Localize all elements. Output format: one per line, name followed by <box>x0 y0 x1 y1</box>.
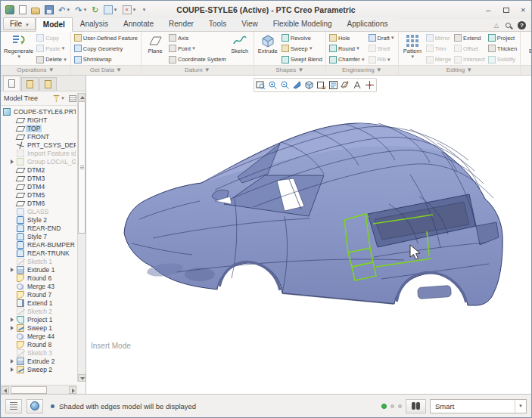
close-button[interactable]: × <box>516 5 527 14</box>
delete-button[interactable]: Delete▼ <box>36 54 67 64</box>
tree-item-prt-csys-def[interactable]: PRT_CSYS_DEF <box>1 141 76 149</box>
user-defined-feature-button[interactable]: User-Defined Feature <box>74 33 138 43</box>
tree-item-rear-bumper[interactable]: REAR-BUMPER <box>1 240 76 249</box>
restore-button[interactable] <box>499 5 510 14</box>
tree-horizontal-scrollbar[interactable] <box>1 385 77 394</box>
pattern-button[interactable]: Pattern▼ <box>400 33 425 65</box>
expand-arrow-icon[interactable] <box>11 324 17 332</box>
graphics-viewport[interactable]: Insert Mode <box>86 76 531 394</box>
revolve-button[interactable]: Revolve <box>282 33 322 43</box>
solidify-button[interactable]: Solidify <box>488 54 517 64</box>
sweep-button[interactable]: Sweep▼ <box>282 44 322 54</box>
tree-item-sketch-3[interactable]: Sketch 3 <box>1 348 76 357</box>
expand-arrow-icon[interactable] <box>11 358 17 365</box>
tree-item-dtm6[interactable]: DTM6 <box>1 199 76 207</box>
tree-item-round-6[interactable]: Round 6 <box>1 274 76 282</box>
group-label-engineering[interactable]: Engineering ▼ <box>326 65 398 75</box>
shell-button[interactable]: Shell <box>369 44 395 54</box>
tree-item-dtm5[interactable]: DTM5 <box>1 190 76 199</box>
tree-item-right[interactable]: RIGHT <box>1 116 76 124</box>
project-button[interactable]: Project <box>488 33 517 43</box>
car-model-3d-view[interactable] <box>86 76 531 394</box>
group-label-surfaces[interactable]: Surfaces ▼ <box>521 65 531 75</box>
tree-item-dtm4[interactable]: DTM4 <box>1 182 76 190</box>
scroll-down-arrow[interactable] <box>78 374 86 382</box>
selection-filter-combo[interactable]: Smart ▼ <box>430 399 527 413</box>
tree-item-style-2[interactable]: Style 2 <box>1 215 76 224</box>
zoom-out-button[interactable] <box>279 79 291 91</box>
save-button[interactable] <box>44 5 54 15</box>
tree-item-sweep-2[interactable]: Sweep 2 <box>1 365 76 373</box>
tab-flexible-modeling[interactable]: Flexible Modeling <box>266 17 340 31</box>
new-file-button[interactable] <box>18 5 27 15</box>
saved-orientations-button[interactable] <box>316 79 327 91</box>
vscroll-thumb[interactable] <box>78 101 86 234</box>
copy-button[interactable]: Copy <box>36 33 67 43</box>
tab-tools[interactable]: Tools <box>201 17 234 31</box>
tab-model[interactable]: Model <box>36 17 73 32</box>
group-label-shapes[interactable]: Shapes ▼ <box>254 65 325 75</box>
refit-button[interactable] <box>255 79 266 91</box>
undo-button[interactable]: ↶▼ <box>58 5 71 15</box>
tab-view[interactable]: View <box>234 17 266 31</box>
tree-item-project-1[interactable]: Project 1 <box>1 315 76 324</box>
rib-button[interactable]: Rib▼ <box>369 54 395 64</box>
group-label-editing[interactable]: Editing ▼ <box>399 65 520 75</box>
expand-arrow-icon[interactable] <box>11 316 17 324</box>
spin-center-button[interactable] <box>364 79 375 91</box>
tree-item-round-7[interactable]: Round 7 <box>1 290 76 299</box>
tab-applications[interactable]: Applications <box>340 17 396 31</box>
tree-item-style-7[interactable]: Style 7 <box>1 232 76 240</box>
tree-item-group-local-group-2[interactable]: Group LOCAL_GROUP_2 <box>1 157 76 166</box>
tree-item-round-8[interactable]: Round 8 <box>1 340 76 348</box>
group-label-datum[interactable]: Datum ▼ <box>142 65 254 75</box>
window-manager-button[interactable]: ▼ <box>103 5 119 15</box>
tree-item-dtm3[interactable]: DTM3 <box>1 174 76 182</box>
scroll-up-arrow[interactable] <box>78 93 86 101</box>
file-menu-button[interactable]: File ▼ <box>3 17 36 30</box>
tree-vertical-scrollbar[interactable] <box>77 93 86 382</box>
expand-arrow-icon[interactable] <box>11 266 17 274</box>
offset-button[interactable]: Offset <box>454 44 485 54</box>
coordinate-system-button[interactable]: Coordinate System <box>169 54 226 64</box>
extend-button[interactable]: Extend <box>454 33 485 43</box>
tree-item-extrude-2[interactable]: Extrude 2 <box>1 357 76 365</box>
tree-item-extrude-1[interactable]: Extrude 1 <box>1 265 76 274</box>
draft-button[interactable]: Draft▼ <box>369 33 395 43</box>
tree-item-sweep-1[interactable]: Sweep 1 <box>1 324 76 332</box>
command-search-button[interactable] <box>505 22 512 29</box>
close-window-button[interactable]: ×▼ <box>122 5 138 15</box>
point-button[interactable]: Point▼ <box>169 44 226 54</box>
mirror-button[interactable]: Mirror <box>426 33 451 43</box>
group-label-operations[interactable]: Operations ▼ <box>1 65 70 75</box>
tree-item-dtm2[interactable]: DTM2 <box>1 166 76 174</box>
minimize-button[interactable]: – <box>481 5 493 14</box>
group-label-get-data[interactable]: Get Data ▼ <box>71 65 141 75</box>
tree-item-extend-1[interactable]: Extend 1 <box>1 299 76 307</box>
boundary-blend-button[interactable]: Boundary Blend <box>522 33 531 65</box>
axis-button[interactable]: Axis <box>169 33 226 43</box>
regenerate-qat-button[interactable]: ↻ <box>91 5 99 15</box>
folder-browser-tab[interactable] <box>21 77 39 91</box>
merge-button[interactable]: Merge <box>426 54 451 64</box>
swept-blend-button[interactable]: Swept Blend <box>282 54 322 64</box>
plane-button[interactable]: Plane <box>143 33 167 65</box>
tree-item-rear-end[interactable]: REAR-END <box>1 224 76 232</box>
selection-filter-dropdown[interactable]: ▼ <box>515 400 526 413</box>
display-style-button[interactable] <box>303 79 315 91</box>
tree-item-glass[interactable]: GLASS <box>1 207 76 215</box>
web-browser-button[interactable] <box>26 399 43 413</box>
shrinkwrap-button[interactable]: Shrinkwrap <box>74 54 138 64</box>
tree-item-top[interactable]: TOP <box>1 124 76 132</box>
help-button[interactable]: ? <box>517 20 527 30</box>
tree-item-merge-43[interactable]: Merge 43 <box>1 282 76 290</box>
model-tree-tab[interactable] <box>3 76 20 91</box>
sketch-button[interactable]: Sketch <box>228 33 252 65</box>
tree-item-rear-trunk[interactable]: REAR-TRUNK <box>1 249 76 257</box>
app-logo-button[interactable] <box>5 5 15 15</box>
car-body[interactable] <box>124 123 502 305</box>
repaint-button[interactable] <box>291 79 303 91</box>
tab-analysis[interactable]: Analysis <box>73 17 116 31</box>
intersect-button[interactable]: Intersect <box>454 54 485 64</box>
customize-qat-button[interactable]: ▼ <box>140 7 147 13</box>
